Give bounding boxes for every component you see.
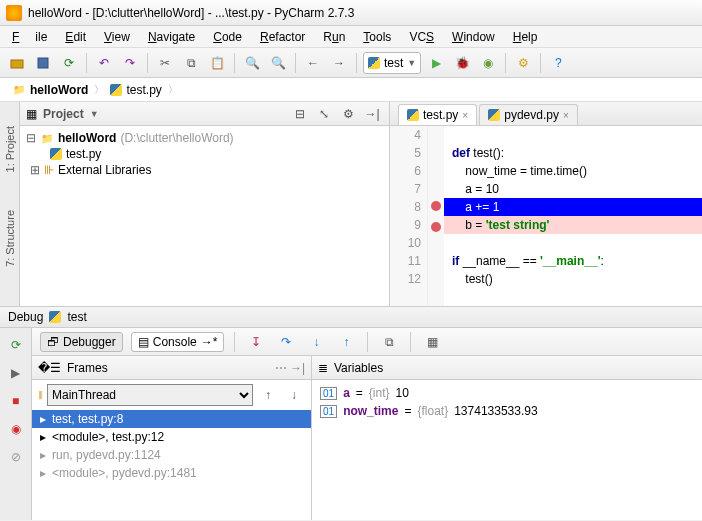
hide-icon[interactable]: →| (290, 361, 305, 375)
variable-row[interactable]: 01 now_time = {float} 1374133533.93 (320, 402, 694, 420)
breakpoint-gutter[interactable] (428, 126, 444, 306)
project-tool-icon: ▦ (26, 107, 37, 121)
tree-root-label: helloWord (58, 131, 116, 145)
editor-tabs: test.py × pydevd.py × (390, 102, 702, 126)
redo-icon[interactable]: ↷ (119, 52, 141, 74)
menu-vcs[interactable]: VCS (401, 28, 442, 46)
paste-icon[interactable]: 📋 (206, 52, 228, 74)
debugger-icon: 🗗 (47, 335, 59, 349)
settings-icon[interactable]: ⚙ (512, 52, 534, 74)
coverage-button[interactable]: ◉ (477, 52, 499, 74)
sync-icon[interactable]: ⟳ (58, 52, 80, 74)
debug-panel: ⟳ ▶ ■ ◉ ⊘ 🗗 Debugger ▤ Console →* ↧ ↷ ↓ … (0, 328, 702, 520)
view-breakpoints-icon[interactable]: ◉ (5, 418, 27, 440)
thread-dropdown[interactable]: MainThread (47, 384, 253, 406)
line-number-gutter: 456789101112 (390, 126, 428, 306)
next-frame-icon[interactable]: ↓ (283, 384, 305, 406)
crumb-root[interactable]: 📁 helloWord (8, 83, 92, 97)
resume-icon[interactable]: ▶ (5, 362, 27, 384)
show-execution-point-icon[interactable]: ↧ (245, 331, 267, 353)
step-out-icon[interactable]: ↑ (335, 331, 357, 353)
tab-structure[interactable]: 7: Structure (2, 206, 18, 271)
var-icon: 01 (320, 387, 337, 400)
crumb-file-label: test.py (126, 83, 161, 97)
evaluate-icon[interactable]: ⧉ (378, 331, 400, 353)
expand-icon[interactable]: ⊞ (30, 163, 40, 177)
replace-icon[interactable]: 🔍 (267, 52, 289, 74)
frames-icon: �☰ (38, 361, 61, 375)
menu-navigate[interactable]: Navigate (140, 28, 203, 46)
frames-header: �☰ Frames ⋯ →| (32, 356, 311, 380)
variables-header: ≣ Variables (312, 356, 702, 380)
run-button[interactable]: ▶ (425, 52, 447, 74)
variable-row[interactable]: 01 a = {int} 10 (320, 384, 694, 402)
code-lines[interactable]: def test(): now_time = time.time() a = 1… (444, 126, 702, 306)
tree-external-libs[interactable]: ⊞ ⊪ External Libraries (26, 162, 383, 178)
menu-file[interactable]: File (4, 28, 55, 46)
menu-refactor[interactable]: Refactor (252, 28, 313, 46)
console-icon: ▤ (138, 335, 149, 349)
copy-icon[interactable]: ⧉ (180, 52, 202, 74)
frames-title: Frames (67, 361, 108, 375)
svg-rect-0 (11, 60, 23, 68)
mute-breakpoints-icon[interactable]: ⊘ (5, 446, 27, 468)
menu-help[interactable]: Help (505, 28, 546, 46)
menu-window[interactable]: Window (444, 28, 503, 46)
stop-icon[interactable]: ■ (5, 390, 27, 412)
debug-button[interactable]: 🐞 (451, 52, 473, 74)
menu-run[interactable]: Run (315, 28, 353, 46)
code-area[interactable]: 456789101112 def test(): now_time = time… (390, 126, 702, 306)
debug-config-name: test (67, 310, 86, 324)
tab-debugger[interactable]: 🗗 Debugger (40, 332, 123, 352)
save-icon[interactable] (32, 52, 54, 74)
frame-row[interactable]: ▸<module>, pydevd.py:1481 (32, 464, 311, 482)
close-icon[interactable]: × (563, 110, 569, 121)
back-icon[interactable]: ← (302, 52, 324, 74)
chevron-down-icon[interactable]: ▼ (90, 109, 99, 119)
prev-frame-icon[interactable]: ↑ (257, 384, 279, 406)
frame-row[interactable]: ▸<module>, test.py:12 (32, 428, 311, 446)
step-over-icon[interactable]: ↷ (275, 331, 297, 353)
rerun-icon[interactable]: ⟳ (5, 334, 27, 356)
menu-code[interactable]: Code (205, 28, 250, 46)
frame-row[interactable]: ▸test, test.py:8 (32, 410, 311, 428)
scroll-from-source-icon[interactable]: ⊟ (289, 103, 311, 125)
breakpoint-icon[interactable] (431, 222, 441, 232)
step-into-icon[interactable]: ↓ (305, 331, 327, 353)
menu-edit[interactable]: Edit (57, 28, 94, 46)
tree-root[interactable]: ⊟ 📁 helloWord (D:\clutter\helloWord) (26, 130, 383, 146)
python-file-icon (407, 109, 419, 121)
open-icon[interactable] (6, 52, 28, 74)
cut-icon[interactable]: ✂ (154, 52, 176, 74)
frame-row[interactable]: ▸run, pydevd.py:1124 (32, 446, 311, 464)
breakpoint-icon[interactable] (431, 201, 441, 211)
crumb-file[interactable]: test.py (106, 83, 165, 97)
tab-test-py[interactable]: test.py × (398, 104, 477, 125)
menu-tools[interactable]: Tools (355, 28, 399, 46)
titlebar: helloWord - [D:\clutter\helloWord] - ...… (0, 0, 702, 26)
hide-icon[interactable]: →| (361, 103, 383, 125)
layout-icon[interactable]: ▦ (421, 331, 443, 353)
thread-selector: ⦀ MainThread ↑ ↓ (38, 384, 305, 406)
python-icon (368, 57, 380, 69)
app-icon (6, 5, 22, 21)
gear-icon[interactable]: ⚙ (337, 103, 359, 125)
variables-icon: ≣ (318, 361, 328, 375)
more-icon[interactable]: ⋯ (275, 361, 287, 375)
tree-file[interactable]: test.py (26, 146, 383, 162)
menu-view[interactable]: View (96, 28, 138, 46)
close-icon[interactable]: × (462, 110, 468, 121)
tab-project[interactable]: 1: Project (2, 122, 18, 176)
project-panel: ▦ Project ▼ ⊟ ⤡ ⚙ →| ⊟ 📁 helloWord (D:\c… (20, 102, 390, 306)
expand-icon[interactable]: ⊟ (26, 131, 36, 145)
run-config-combo[interactable]: test ▼ (363, 52, 421, 74)
undo-icon[interactable]: ↶ (93, 52, 115, 74)
chevron-down-icon: ▼ (407, 58, 416, 68)
forward-icon[interactable]: → (328, 52, 350, 74)
find-icon[interactable]: 🔍 (241, 52, 263, 74)
help-icon[interactable]: ? (547, 52, 569, 74)
collapse-icon[interactable]: ⤡ (313, 103, 335, 125)
tab-console[interactable]: ▤ Console →* (131, 332, 225, 352)
tab-pydevd-py[interactable]: pydevd.py × (479, 104, 578, 125)
crumb-root-label: helloWord (30, 83, 88, 97)
